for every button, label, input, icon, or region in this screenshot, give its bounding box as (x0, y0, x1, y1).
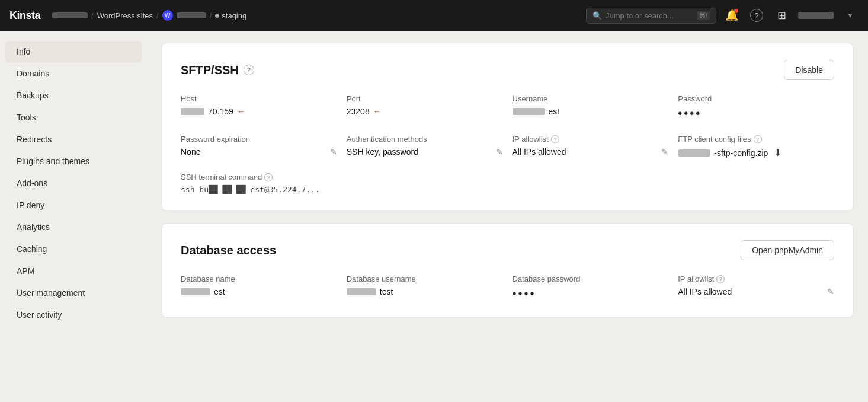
auth-edit-icon[interactable]: ✎ (496, 147, 503, 157)
db-ip-allowlist-edit-icon[interactable]: ✎ (827, 287, 834, 296)
ftp-config-value: -sftp-config.zip ⬇ (678, 147, 834, 158)
host-field: Host 70.159 ← (181, 94, 337, 120)
pwd-exp-edit-icon[interactable]: ✎ (330, 147, 337, 157)
sidebar-item-user-activity[interactable]: User activity (5, 304, 142, 326)
port-value: 23208 ← (347, 107, 503, 116)
ssh-terminal-label: SSH terminal command ? (181, 173, 503, 181)
search-bar[interactable]: 🔍 Jump to or search... ⌘/ (586, 8, 716, 24)
db-name-value: est (181, 287, 337, 296)
ssh-terminal-value: ssh bu██ ██ ██ est@35.224.7... (181, 185, 503, 194)
sftp-title: SFTP/SSH ? (181, 63, 254, 77)
host-label: Host (181, 94, 337, 103)
db-username-suffix: test (380, 287, 393, 296)
help-button[interactable]: ? (748, 7, 765, 24)
grid-icon: ⊞ (777, 9, 786, 22)
auth-value: SSH key, password ✎ (347, 147, 503, 157)
username-value: est (513, 107, 669, 116)
ftp-config-label: FTP client config files ? (678, 135, 834, 143)
pwd-exp-value: None ✎ (181, 147, 337, 157)
sidebar-item-plugins-themes[interactable]: Plugins and themes (5, 151, 142, 172)
ip-allowlist-value: All IPs allowed ✎ (513, 147, 669, 157)
notifications-button[interactable]: 🔔 (723, 7, 740, 24)
database-title: Database access (181, 244, 276, 257)
chevron-down-icon: ▼ (847, 11, 854, 20)
ip-allowlist-label: IP allowlist ? (513, 135, 669, 143)
breadcrumb-wp-sites: WordPress sites (97, 11, 153, 20)
sftp-info-grid: Host 70.159 ← Port 23208 ← (181, 94, 834, 194)
staging-dot (215, 14, 219, 18)
main-layout: Info Domains Backups Tools Redirects Plu… (0, 31, 868, 402)
port-field: Port 23208 ← (347, 94, 503, 120)
open-phpmyadmin-button[interactable]: Open phpMyAdmin (741, 240, 834, 260)
host-value: 70.159 ← (181, 107, 337, 116)
pwd-expiration-field: Password expiration None ✎ (181, 135, 337, 158)
database-info-grid: Database name est Database username test (181, 275, 834, 301)
database-card: Database access Open phpMyAdmin Database… (161, 223, 854, 318)
sftp-ssh-card: SFTP/SSH ? Disable Host 70.159 ← (161, 43, 854, 211)
ftp-config-blurred (678, 149, 710, 157)
db-name-label: Database name (181, 275, 337, 283)
db-ip-allowlist-help-icon[interactable]: ? (716, 275, 725, 283)
ftp-config-suffix: -sftp-config.zip (714, 148, 768, 158)
host-blurred (181, 108, 204, 115)
sftp-help-icon[interactable]: ? (244, 65, 254, 75)
user-menu-button[interactable]: ▼ (842, 7, 859, 24)
grid-button[interactable]: ⊞ (773, 7, 790, 24)
ssh-command-text: ssh bu██ ██ ██ est@35.224.7... (181, 185, 320, 194)
ip-allowlist-edit-icon[interactable]: ✎ (661, 147, 668, 157)
auth-label: Authentication methods (347, 135, 503, 143)
search-icon: 🔍 (592, 11, 602, 20)
staging-badge: staging (215, 11, 246, 20)
username-blurred (513, 108, 545, 115)
topnav-icons: 🔔 ? ⊞ ▼ (723, 7, 859, 24)
username-label: Username (513, 94, 669, 103)
breadcrumb: / WordPress sites / W / staging (52, 10, 246, 21)
ftp-config-help-icon[interactable]: ? (754, 135, 762, 143)
sidebar-item-analytics[interactable]: Analytics (5, 216, 142, 238)
db-password-label: Database password (513, 275, 669, 283)
db-username-field: Database username test (347, 275, 503, 301)
sidebar-item-ip-deny[interactable]: IP deny (5, 194, 142, 216)
sidebar-item-user-management[interactable]: User management (5, 282, 142, 304)
db-username-label: Database username (347, 275, 503, 283)
host-arrow: ← (237, 107, 245, 116)
sidebar-item-domains[interactable]: Domains (5, 63, 142, 84)
db-password-field: Database password •••• (513, 275, 669, 301)
db-username-value: test (347, 287, 503, 296)
notification-dot (734, 9, 738, 13)
password-value: •••• (678, 107, 834, 120)
ip-allowlist-field: IP allowlist ? All IPs allowed ✎ (513, 135, 669, 158)
sidebar-item-redirects[interactable]: Redirects (5, 129, 142, 150)
db-name-suffix: est (214, 287, 225, 296)
port-label: Port (347, 94, 503, 103)
sidebar-item-info[interactable]: Info (5, 41, 142, 62)
disable-button[interactable]: Disable (784, 60, 834, 80)
db-name-blurred (181, 288, 210, 295)
ip-allowlist-help-icon[interactable]: ? (551, 135, 559, 143)
sftp-card-header: SFTP/SSH ? Disable (181, 60, 834, 80)
staging-label: staging (222, 11, 246, 20)
host-suffix: 70.159 (208, 107, 233, 116)
password-field: Password •••• (678, 94, 834, 120)
search-placeholder: Jump to or search... (606, 11, 674, 20)
sidebar-item-apm[interactable]: APM (5, 260, 142, 282)
ftp-config-download-icon[interactable]: ⬇ (774, 147, 781, 158)
sidebar-item-addons[interactable]: Add-ons (5, 173, 142, 194)
sidebar: Info Domains Backups Tools Redirects Plu… (0, 31, 147, 402)
pwd-exp-label: Password expiration (181, 135, 337, 143)
ftp-config-field: FTP client config files ? -sftp-config.z… (678, 135, 834, 158)
sidebar-item-tools[interactable]: Tools (5, 107, 142, 128)
top-navigation: Kinsta / WordPress sites / W / staging 🔍… (0, 0, 868, 31)
wp-icon: W (162, 10, 173, 21)
ssh-terminal-help-icon[interactable]: ? (264, 173, 273, 181)
db-username-blurred (347, 288, 376, 295)
port-arrow: ← (373, 107, 382, 116)
username-suffix: est (549, 107, 560, 116)
db-ip-allowlist-label: IP allowlist ? (678, 275, 834, 283)
user-info-blurred (798, 12, 834, 19)
main-content: SFTP/SSH ? Disable Host 70.159 ← (147, 31, 868, 402)
ssh-terminal-field: SSH terminal command ? ssh bu██ ██ ██ es… (181, 173, 503, 194)
sidebar-item-backups[interactable]: Backups (5, 85, 142, 106)
sidebar-item-caching[interactable]: Caching (5, 238, 142, 260)
password-label: Password (678, 94, 834, 103)
